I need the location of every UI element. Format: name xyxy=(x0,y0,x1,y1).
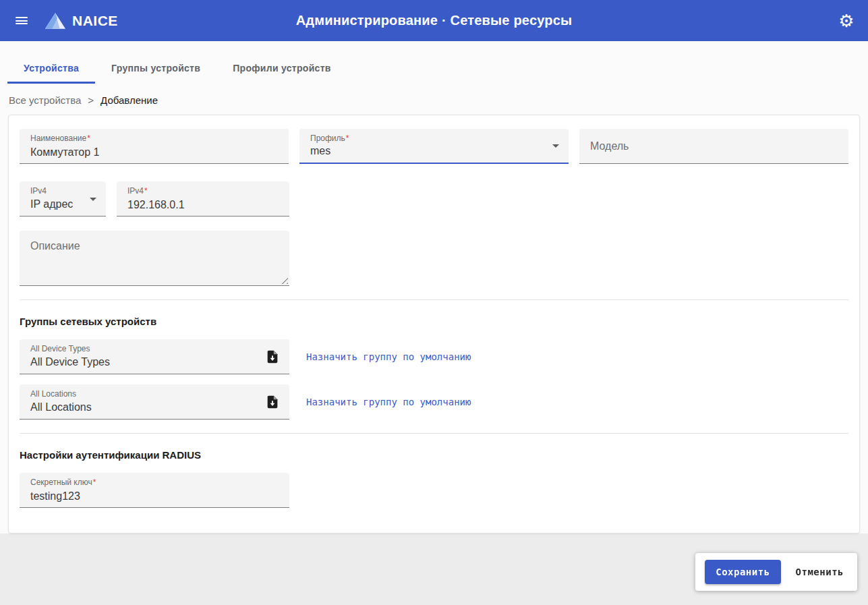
tab-device-groups[interactable]: Группы устройств xyxy=(95,53,216,84)
assign-default-link[interactable]: Назначить группу по умолчанию xyxy=(306,351,471,362)
tab-device-profiles[interactable]: Профили устройств xyxy=(216,53,347,84)
ip-label: IPv4 xyxy=(127,186,144,196)
brand-name: NAICE xyxy=(72,13,118,29)
divider xyxy=(20,299,848,300)
chevron-down-icon xyxy=(90,198,96,201)
group-value: All Device Types xyxy=(30,356,110,368)
actions-bar: Сохранить Отменить xyxy=(695,553,857,591)
group-row-locations: All Locations All Locations Назначить гр… xyxy=(20,384,848,420)
assign-default-icon xyxy=(265,395,280,409)
secret-field[interactable]: Секретный ключ* xyxy=(20,473,289,508)
description-textarea[interactable] xyxy=(20,231,289,285)
model-field[interactable] xyxy=(579,129,848,164)
profile-label: Профиль xyxy=(310,134,345,143)
tab-devices[interactable]: Устройства xyxy=(7,53,95,84)
settings-button[interactable]: ⚙ xyxy=(832,6,861,36)
gear-icon: ⚙ xyxy=(838,12,854,30)
name-field[interactable]: Наименование* xyxy=(20,129,289,164)
required-asterisk: * xyxy=(346,134,349,143)
device-type-group-field[interactable]: All Device Types All Device Types xyxy=(20,339,289,374)
secret-input[interactable] xyxy=(30,490,269,503)
secret-label: Секретный ключ xyxy=(30,478,92,487)
required-asterisk: * xyxy=(144,186,148,196)
cancel-button[interactable]: Отменить xyxy=(792,560,848,584)
assign-group-button[interactable] xyxy=(261,391,284,413)
name-input[interactable] xyxy=(30,146,268,159)
required-asterisk: * xyxy=(87,134,90,143)
form-row-1: Наименование* Профиль* mes xyxy=(20,129,848,164)
ip-type-value: IP адрес xyxy=(30,198,73,210)
required-asterisk: * xyxy=(93,478,96,487)
profile-select[interactable]: Профиль* mes xyxy=(299,129,569,164)
app-bar: NAICE Администрирование · Сетевые ресурс… xyxy=(0,0,868,41)
tab-label: Устройства xyxy=(24,63,79,74)
group-label: All Locations xyxy=(30,389,76,399)
name-label: Наименование xyxy=(30,134,86,143)
ip-type-select[interactable]: IPv4 IP адрес xyxy=(20,181,106,217)
breadcrumb-parent[interactable]: Все устройства xyxy=(9,94,81,106)
tab-label: Профили устройств xyxy=(233,63,331,74)
tab-bar: Устройства Группы устройств Профили устр… xyxy=(0,41,868,84)
device-form-card: Наименование* Профиль* mes IPv4 xyxy=(8,115,860,534)
menu-icon xyxy=(16,16,28,26)
ip-type-label: IPv4 xyxy=(30,186,47,196)
location-group-field[interactable]: All Locations All Locations xyxy=(20,384,289,420)
group-row-device-types: All Device Types All Device Types Назнач… xyxy=(20,339,848,374)
profile-value: mes xyxy=(310,145,330,157)
assign-default-icon xyxy=(265,349,280,364)
group-value: All Locations xyxy=(30,401,92,413)
breadcrumb-separator: > xyxy=(88,94,94,106)
brand: NAICE xyxy=(45,11,118,30)
ip-field[interactable]: IPv4* xyxy=(117,181,289,217)
divider xyxy=(20,433,848,434)
page-title: Администрирование · Сетевые ресурсы xyxy=(296,13,573,28)
content-area: Устройства Группы устройств Профили устр… xyxy=(0,41,868,534)
group-label: All Device Types xyxy=(30,344,90,353)
radius-section-title: Настройки аутентификации RADIUS xyxy=(20,449,848,461)
breadcrumb: Все устройства > Добавление xyxy=(0,84,868,115)
naice-logo-icon xyxy=(45,11,66,30)
menu-button[interactable] xyxy=(7,6,36,36)
assign-group-button[interactable] xyxy=(261,345,284,368)
form-row-2: IPv4 IP адрес IPv4* xyxy=(20,181,848,217)
description-field xyxy=(20,231,289,286)
chevron-down-icon xyxy=(552,144,559,148)
model-input[interactable] xyxy=(590,129,828,163)
ip-input[interactable] xyxy=(127,198,269,212)
tab-label: Группы устройств xyxy=(111,63,200,74)
assign-default-link[interactable]: Назначить группу по умолчанию xyxy=(306,397,471,407)
save-button[interactable]: Сохранить xyxy=(705,560,780,584)
groups-section-title: Группы сетевых устройств xyxy=(20,316,848,327)
breadcrumb-current: Добавление xyxy=(100,94,158,106)
